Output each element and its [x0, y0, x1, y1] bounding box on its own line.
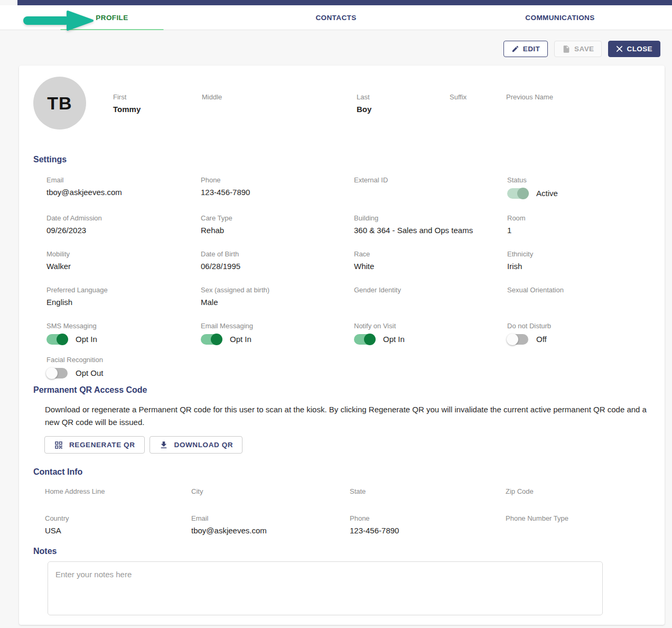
avatar: TB [33, 77, 86, 130]
notify-on-visit-toggle[interactable] [354, 334, 375, 345]
field-notify-on-visit: Notify on Visit Opt In [354, 322, 507, 345]
field-preferred-language: Preferred Language English [46, 286, 201, 307]
annotation-arrow-icon [22, 10, 95, 31]
qr-code-icon [54, 440, 63, 450]
notify-on-visit-toggle-knob [364, 334, 376, 345]
avatar-initials: TB [47, 93, 72, 114]
tab-profile-label: PROFILE [96, 14, 128, 22]
field-do-not-disturb: Do not Disturb Off [507, 322, 650, 345]
field-first-name: First Tommy [113, 93, 202, 130]
close-icon [616, 45, 623, 52]
contact-row-1: Home Address Line City State Zip Code [45, 487, 650, 499]
save-button[interactable]: SAVE [554, 41, 602, 57]
facial-recognition-toggle[interactable] [46, 368, 68, 378]
tab-contacts[interactable]: CONTACTS [224, 5, 448, 30]
field-zip-code: Zip Code [506, 487, 650, 499]
field-date-of-admission: Date of Admission 09/26/2023 [46, 214, 201, 235]
save-button-label: SAVE [574, 45, 594, 53]
field-mobility: Mobility Walker [46, 250, 201, 271]
facial-recognition-toggle-knob [46, 367, 58, 379]
tab-bar: PROFILE CONTACTS COMMUNICATIONS [0, 5, 672, 30]
regenerate-qr-label: REGENERATE QR [69, 441, 135, 449]
field-care-type: Care Type Rehab [201, 214, 354, 235]
settings-row-5: SMS Messaging Opt In Email Messaging Opt… [46, 322, 650, 345]
email-messaging-toggle[interactable] [201, 334, 222, 345]
field-status: Status Active [507, 176, 650, 199]
regenerate-qr-button[interactable]: REGENERATE QR [44, 436, 145, 454]
settings-grid: Email tboy@askjeeves.com Phone 123-456-7… [33, 176, 650, 379]
field-country: Country USA [45, 514, 191, 535]
field-sms-messaging: SMS Messaging Opt In [46, 322, 201, 345]
do-not-disturb-toggle[interactable] [507, 334, 528, 345]
qr-buttons: REGENERATE QR DOWNLOAD QR [44, 436, 650, 454]
name-section: TB First Tommy Middle Last Boy Suffix Pr… [33, 77, 650, 130]
field-state: State [350, 487, 506, 499]
settings-heading: Settings [33, 155, 650, 164]
field-sex-assigned-at-birth: Sex (assigned at birth) Male [201, 286, 354, 307]
settings-row-2: Date of Admission 09/26/2023 Care Type R… [46, 214, 650, 235]
edit-button-label: EDIT [523, 45, 540, 53]
tab-contacts-label: CONTACTS [315, 14, 356, 22]
field-building: Building 360 & 364 - Sales and Ops teams [354, 214, 507, 235]
email-messaging-toggle-knob [211, 334, 222, 345]
field-facial-recognition: Facial Recognition Opt Out [46, 356, 201, 379]
profile-card: TB First Tommy Middle Last Boy Suffix Pr… [19, 66, 665, 625]
sms-messaging-toggle-knob [57, 334, 68, 345]
settings-row-3: Mobility Walker Date of Birth 06/28/1995… [46, 250, 650, 271]
download-qr-button[interactable]: DOWNLOAD QR [150, 436, 243, 454]
field-gender-identity: Gender Identity [354, 286, 507, 307]
close-button[interactable]: CLOSE [608, 41, 660, 57]
field-middle-name: Middle [202, 93, 357, 130]
tab-communications[interactable]: COMMUNICATIONS [448, 5, 672, 30]
edit-button[interactable]: EDIT [503, 41, 548, 57]
field-external-id: External ID [354, 176, 507, 199]
app-top-bar [17, 0, 672, 5]
field-date-of-birth: Date of Birth 06/28/1995 [201, 250, 354, 271]
name-fields: First Tommy Middle Last Boy Suffix Previ… [113, 77, 650, 130]
document-icon [562, 45, 571, 53]
field-contact-phone: Phone 123-456-7890 [350, 514, 506, 535]
qr-description: Download or regenerate a Permanent QR co… [45, 403, 650, 429]
notes-input[interactable] [48, 561, 603, 615]
contact-info-heading: Contact Info [33, 467, 650, 477]
qr-section-heading: Permanent QR Access Code [33, 385, 650, 395]
field-last-name: Last Boy [357, 93, 450, 130]
field-phone: Phone 123-456-7890 [201, 176, 354, 199]
status-toggle[interactable] [507, 188, 528, 199]
close-button-label: CLOSE [627, 45, 652, 53]
sms-messaging-toggle[interactable] [46, 334, 68, 345]
field-sexual-orientation: Sexual Orientation [507, 286, 650, 307]
field-race: Race White [354, 250, 507, 271]
settings-row-6: Facial Recognition Opt Out [46, 356, 650, 379]
field-home-address-line: Home Address Line [45, 487, 191, 499]
download-qr-label: DOWNLOAD QR [174, 441, 234, 449]
field-email-messaging: Email Messaging Opt In [201, 322, 354, 345]
field-suffix: Suffix [450, 93, 506, 130]
contact-row-2: Country USA Email tboy@askjeeves.com Pho… [45, 514, 650, 535]
toolbar: EDIT SAVE CLOSE [0, 30, 672, 66]
settings-row-4: Preferred Language English Sex (assigned… [46, 286, 650, 307]
field-email: Email tboy@askjeeves.com [46, 176, 201, 199]
field-city: City [191, 487, 350, 499]
tab-communications-label: COMMUNICATIONS [525, 14, 594, 22]
do-not-disturb-toggle-knob [507, 334, 518, 345]
field-contact-email: Email tboy@askjeeves.com [191, 514, 350, 535]
field-previous-name: Previous Name [506, 93, 650, 130]
field-phone-number-type: Phone Number Type [506, 514, 650, 535]
notes-heading: Notes [33, 547, 650, 556]
status-toggle-knob [517, 188, 529, 199]
contact-info-grid: Home Address Line City State Zip Code Co… [33, 487, 650, 535]
settings-row-1: Email tboy@askjeeves.com Phone 123-456-7… [46, 176, 650, 199]
download-icon [159, 440, 169, 450]
pencil-icon [511, 45, 519, 53]
field-room: Room 1 [507, 214, 650, 235]
field-ethnicity: Ethnicity Irish [507, 250, 650, 271]
